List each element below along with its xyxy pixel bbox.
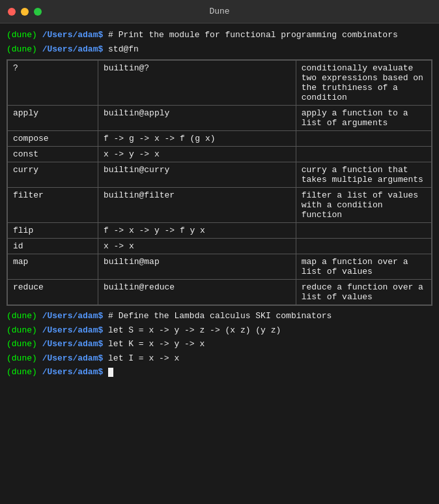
footer-path-5: /Users/adam$ bbox=[42, 367, 104, 377]
table-row: filterbuiltin@filterfilter a list of val… bbox=[8, 188, 432, 223]
footer-cmd-4: let I = x -> x bbox=[103, 353, 179, 363]
table-cell-desc: reduce a function over a list of values bbox=[296, 280, 431, 305]
footer-cmd-2: let S = x -> y -> z -> (x z) (y z) bbox=[103, 325, 281, 335]
maximize-button[interactable] bbox=[34, 8, 42, 16]
table-cell-desc: conditionally evaluate two expressions b… bbox=[296, 61, 431, 106]
minimize-button[interactable] bbox=[21, 8, 29, 16]
prompt-path-1: /Users/adam$ bbox=[42, 30, 104, 40]
table-cell-name: filter bbox=[8, 188, 98, 223]
terminal-content: (dune) /Users/adam$ # Print the module f… bbox=[0, 23, 439, 385]
table-row: ?builtin@?conditionally evaluate two exp… bbox=[8, 61, 432, 106]
footer-dune-1: (dune) bbox=[7, 311, 37, 321]
footer-cmd-3: let K = x -> y -> x bbox=[103, 339, 205, 349]
function-table: ?builtin@?conditionally evaluate two exp… bbox=[7, 60, 432, 305]
window-title: Dune bbox=[209, 7, 229, 16]
table-row: flipf -> x -> y -> f y x bbox=[8, 223, 432, 239]
footer-cmd-1: # Define the Lambda calculus SKI combina… bbox=[103, 311, 332, 321]
prompt-cmd-2: std@fn bbox=[108, 44, 139, 54]
footer-dune-4: (dune) bbox=[7, 353, 37, 363]
table-cell-desc: curry a function that takes multiple arg… bbox=[296, 162, 431, 188]
table-row: composef -> g -> x -> f (g x) bbox=[8, 131, 432, 147]
table-cell-impl: x -> y -> x bbox=[98, 147, 296, 162]
prompt-cmd-1: # Print the module for functional progra… bbox=[108, 30, 398, 40]
terminal-cursor bbox=[108, 368, 113, 377]
footer-path-2: /Users/adam$ bbox=[42, 325, 104, 335]
table-row: constx -> y -> x bbox=[8, 147, 432, 162]
table-cell-name: curry bbox=[8, 162, 98, 188]
prompt-line-2: (dune) /Users/adam$ std@fn bbox=[7, 43, 432, 56]
table-cell-impl: builtin@filter bbox=[98, 188, 296, 223]
close-button[interactable] bbox=[8, 8, 16, 16]
prompt-dune-1: (dune) bbox=[7, 30, 37, 40]
prompt-path-2: /Users/adam$ bbox=[42, 44, 104, 54]
table-cell-desc bbox=[296, 223, 431, 239]
table-cell-name: id bbox=[8, 239, 98, 254]
footer-cmd-5 bbox=[103, 367, 108, 377]
footer-lines: (dune) /Users/adam$ # Define the Lambda … bbox=[7, 310, 432, 379]
table-cell-desc: apply a function to a list of arguments bbox=[296, 106, 431, 131]
table-cell-impl: builtin@curry bbox=[98, 162, 296, 188]
footer-path-4: /Users/adam$ bbox=[42, 353, 104, 363]
footer-dune-2: (dune) bbox=[7, 325, 37, 335]
table-cell-name: const bbox=[8, 147, 98, 162]
footer-dune-3: (dune) bbox=[7, 339, 37, 349]
table-cell-desc: map a function over a list of values bbox=[296, 254, 431, 280]
table-cell-impl: x -> x bbox=[98, 239, 296, 254]
table-cell-impl: f -> x -> y -> f y x bbox=[98, 223, 296, 239]
footer-line-5: (dune) /Users/adam$ bbox=[7, 366, 432, 379]
traffic-lights bbox=[8, 8, 42, 16]
table-cell-impl: builtin@map bbox=[98, 254, 296, 280]
table-cell-name: compose bbox=[8, 131, 98, 147]
footer-path-3: /Users/adam$ bbox=[42, 339, 104, 349]
table-row: currybuiltin@currycurry a function that … bbox=[8, 162, 432, 188]
footer-line-2: (dune) /Users/adam$ let S = x -> y -> z … bbox=[7, 324, 432, 337]
table-cell-name: reduce bbox=[8, 280, 98, 305]
function-table-container: ?builtin@?conditionally evaluate two exp… bbox=[7, 59, 432, 306]
table-cell-name: flip bbox=[8, 223, 98, 239]
footer-line-1: (dune) /Users/adam$ # Define the Lambda … bbox=[7, 310, 432, 323]
table-row: applybuiltin@applyapply a function to a … bbox=[8, 106, 432, 131]
table-cell-name: map bbox=[8, 254, 98, 280]
table-row: mapbuiltin@mapmap a function over a list… bbox=[8, 254, 432, 280]
table-cell-desc bbox=[296, 131, 431, 147]
prompt-dune-2: (dune) bbox=[7, 44, 37, 54]
table-cell-impl: builtin@? bbox=[98, 61, 296, 106]
footer-line-4: (dune) /Users/adam$ let I = x -> x bbox=[7, 352, 432, 365]
table-cell-name: ? bbox=[8, 61, 98, 106]
footer-dune-5: (dune) bbox=[7, 367, 37, 377]
table-row: idx -> x bbox=[8, 239, 432, 254]
table-cell-impl: builtin@reduce bbox=[98, 280, 296, 305]
table-cell-desc: filter a list of values with a condition… bbox=[296, 188, 431, 223]
table-cell-impl: builtin@apply bbox=[98, 106, 296, 131]
table-cell-name: apply bbox=[8, 106, 98, 131]
footer-line-3: (dune) /Users/adam$ let K = x -> y -> x bbox=[7, 338, 432, 351]
footer-path-1: /Users/adam$ bbox=[42, 311, 104, 321]
table-cell-desc bbox=[296, 147, 431, 162]
table-row: reducebuiltin@reducereduce a function ov… bbox=[8, 280, 432, 305]
table-cell-desc bbox=[296, 239, 431, 254]
title-bar: Dune bbox=[0, 0, 439, 23]
prompt-line-1: (dune) /Users/adam$ # Print the module f… bbox=[7, 29, 432, 42]
table-cell-impl: f -> g -> x -> f (g x) bbox=[98, 131, 296, 147]
